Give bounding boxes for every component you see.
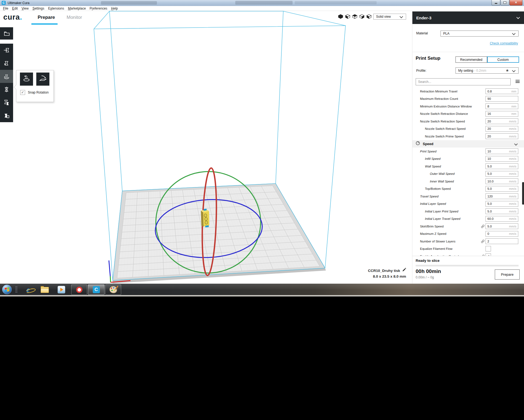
printer-selector[interactable]: Ender-3 <box>412 11 524 24</box>
setting-value-field[interactable]: 5.0mm/s <box>486 171 518 177</box>
setting-value-field[interactable]: 5.0mm/s <box>486 186 518 192</box>
setting-value-field[interactable]: 2 <box>486 238 518 244</box>
setting-value-field[interactable]: 5.0mm/s <box>486 208 518 214</box>
setting-label: Minimum Extrusion Distance Window <box>412 105 480 108</box>
setting-row: Skirt/Brim Speed5.0mm/s <box>412 223 524 230</box>
screen-bottom-strip <box>0 295 524 296</box>
view-mode-value: Solid view <box>376 15 391 19</box>
printer-name: Ender-3 <box>416 16 431 20</box>
per-model-settings-tool-button[interactable] <box>0 96 13 109</box>
menu-help[interactable]: Help <box>111 7 118 10</box>
setting-checkbox[interactable]: ✓ <box>486 253 491 256</box>
menu-preferences[interactable]: Preferences <box>90 7 107 10</box>
setting-value-field[interactable]: 5.0mm/s <box>486 163 518 169</box>
windows-media-player-taskbar-button[interactable] <box>57 285 66 294</box>
setting-row: Equalize Filament Flow <box>412 245 524 253</box>
setting-value-field[interactable]: 60.0mm/s <box>486 216 518 222</box>
menu-edit[interactable]: Edit <box>12 7 18 10</box>
settings-category-speed[interactable]: Speed <box>412 140 524 148</box>
settings-scrollbar[interactable] <box>522 182 524 205</box>
restore-button[interactable] <box>501 0 509 5</box>
setting-unit: mm <box>511 105 516 108</box>
rotate-tool-button[interactable] <box>0 70 13 83</box>
setting-value-field[interactable]: 20mm/s <box>486 118 518 124</box>
setting-value-field[interactable]: 20mm/s <box>486 126 518 132</box>
model-object[interactable] <box>201 209 209 227</box>
recommended-mode-button[interactable]: Recommended <box>455 56 487 63</box>
paint-taskbar-button[interactable] <box>105 284 121 295</box>
setting-label: Travel Speed <box>412 195 480 198</box>
paint-icon <box>109 286 117 293</box>
close-button[interactable]: ✕ <box>510 0 522 5</box>
menu-settings[interactable]: Settings <box>32 7 44 10</box>
prepare-button[interactable]: Prepare <box>495 269 520 280</box>
setting-label: Nozzle Switch Retract Speed <box>412 127 480 130</box>
scale-tool-button[interactable] <box>0 57 13 70</box>
view-left-button[interactable] <box>359 14 365 19</box>
tab-prepare[interactable]: Prepare <box>38 15 55 20</box>
windows-explorer-taskbar-button[interactable] <box>40 285 49 294</box>
setting-value: 20 <box>487 127 509 130</box>
setting-checkbox[interactable] <box>486 246 491 251</box>
minimize-button[interactable] <box>492 0 500 5</box>
menu-file[interactable]: File <box>3 7 8 10</box>
windows-flag-icon <box>5 287 9 292</box>
setting-row: Nozzle Switch Prime Speed20mm/s <box>412 133 524 140</box>
profile-dropdown[interactable]: My setting - 0.2mm ★ <box>455 67 519 74</box>
reset-rotation-button[interactable] <box>20 73 33 86</box>
view-right-button[interactable] <box>366 14 372 19</box>
divider <box>412 256 524 256</box>
setting-value: 5.0 <box>487 202 509 205</box>
chevron-down-icon <box>400 15 403 18</box>
mirror-tool-button[interactable] <box>0 83 13 96</box>
start-button[interactable] <box>2 285 12 294</box>
opera-taskbar-button[interactable] <box>71 284 87 295</box>
edit-job-name-icon[interactable] <box>402 268 406 273</box>
viewport-3d[interactable] <box>0 11 412 284</box>
setting-value-field[interactable]: 0mm/s <box>486 231 518 237</box>
settings-search-input[interactable] <box>416 78 511 85</box>
tab-monitor[interactable]: Monitor <box>67 15 82 20</box>
snap-rotation-checkbox[interactable]: ✓ <box>20 90 25 95</box>
setting-value-field[interactable]: 5.0mm/s <box>486 201 518 207</box>
setting-value-field[interactable]: 10mm/s <box>486 156 518 162</box>
setting-row: Nozzle Switch Retract Speed20mm/s <box>412 125 524 133</box>
cura-taskbar-button[interactable]: C <box>88 284 105 295</box>
setting-slot: 5.0mm/s <box>486 163 518 169</box>
setting-value-field[interactable]: 5.0mm/s <box>486 223 518 229</box>
material-dropdown[interactable]: PLA <box>440 31 519 37</box>
custom-mode-button[interactable]: Custom <box>487 56 519 63</box>
open-file-icon <box>3 30 10 37</box>
setting-value-field[interactable]: 16mm <box>486 111 518 117</box>
setting-value-field[interactable]: 90 <box>486 96 518 102</box>
open-file-button[interactable] <box>0 27 13 40</box>
view-front-button[interactable] <box>345 14 350 19</box>
setting-value-field[interactable]: 10.0mm/s <box>486 178 518 184</box>
setting-label: Nozzle Switch Prime Speed <box>412 135 480 138</box>
settings-menu-icon[interactable] <box>516 80 520 83</box>
setting-value-field[interactable]: 120mm/s <box>486 193 518 199</box>
background-window-ghost <box>101 1 157 5</box>
view-left-icon <box>359 14 365 20</box>
setting-value-field[interactable]: 8mm <box>486 103 518 109</box>
view-mode-dropdown[interactable]: Solid view <box>373 14 406 20</box>
check-compatibility-link[interactable]: Check compatibility <box>490 41 518 45</box>
view-3d-button[interactable] <box>338 14 343 19</box>
setting-row: Outer Wall Speed5.0mm/s <box>412 170 524 178</box>
move-tool-button[interactable] <box>0 44 13 57</box>
view-top-button[interactable] <box>352 14 358 19</box>
lay-flat-button[interactable] <box>36 73 49 86</box>
setting-slot: 5.0mm/s <box>486 201 518 207</box>
window-controls: ✕ <box>491 0 522 5</box>
internet-explorer-icon: e <box>26 286 30 293</box>
support-blocker-tool-button[interactable] <box>0 109 13 122</box>
menu-view[interactable]: View <box>22 7 29 10</box>
setting-unit: mm/s <box>509 202 516 205</box>
menu-extensions[interactable]: Extensions <box>48 7 64 10</box>
menu-marketplace[interactable]: Marketplace <box>68 7 86 10</box>
setting-value-field[interactable]: 10mm/s <box>486 148 518 154</box>
internet-explorer-taskbar-button[interactable]: e <box>23 285 33 294</box>
setting-value-field[interactable]: 0.8mm <box>486 88 518 94</box>
setting-value-field[interactable]: 20mm/s <box>486 133 518 139</box>
setting-value: 10.0 <box>487 180 509 183</box>
